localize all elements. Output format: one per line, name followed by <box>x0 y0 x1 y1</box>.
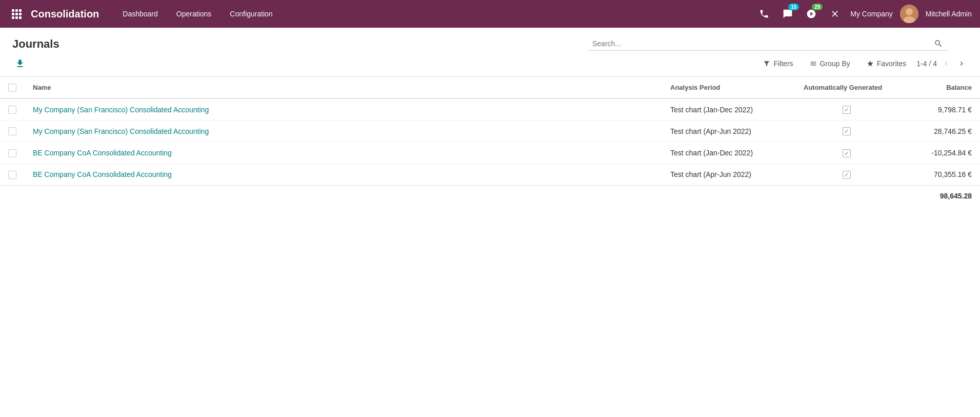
journals-table: Name Analysis Period Automatically Gener… <box>0 77 980 206</box>
row-name-link[interactable]: BE Company CoA Consolidated Accounting <box>33 149 172 157</box>
app-title: Consolidation <box>31 8 99 20</box>
checkmark-icon: ✓ <box>844 106 849 113</box>
row-checkbox[interactable] <box>8 149 16 157</box>
header-name: Name <box>25 77 662 98</box>
row-period: Test chart (Apr-Jun 2022) <box>662 164 795 185</box>
row-name: My Company (San Francisco) Consolidated … <box>25 98 662 121</box>
activity-icon[interactable]: 29 <box>803 6 819 22</box>
svg-point-10 <box>906 8 913 15</box>
row-balance: 70,355.16 € <box>898 164 980 185</box>
table-row: My Company (San Francisco) Consolidated … <box>0 121 980 142</box>
row-checkbox[interactable] <box>8 127 16 135</box>
page-header: Journals <box>0 28 980 51</box>
row-checkbox-cell <box>0 164 25 185</box>
messages-badge: 15 <box>788 4 799 10</box>
svg-rect-5 <box>19 13 22 15</box>
row-period: Test chart (Apr-Jun 2022) <box>662 121 795 142</box>
row-checkbox[interactable] <box>8 106 16 114</box>
toolbar-left <box>12 56 28 71</box>
checkmark-icon: ✓ <box>844 128 849 135</box>
phone-icon[interactable] <box>756 6 772 22</box>
svg-rect-4 <box>15 13 18 15</box>
header-period: Analysis Period <box>662 77 795 98</box>
search-bar <box>588 37 947 51</box>
topnav-right: 15 29 My Company Mitchell Admin <box>756 5 972 23</box>
table-row: My Company (San Francisco) Consolidated … <box>0 98 980 121</box>
row-checkbox-cell <box>0 142 25 164</box>
main-content: Journals Filters <box>0 28 980 417</box>
total-value: 98,645.28 <box>898 186 980 207</box>
pagination-next[interactable] <box>955 57 968 70</box>
pagination-prev[interactable] <box>940 57 952 70</box>
row-checkbox[interactable] <box>8 171 16 179</box>
header-balance: Balance <box>898 77 980 98</box>
svg-rect-7 <box>15 16 18 19</box>
search-input[interactable] <box>592 39 934 48</box>
close-icon[interactable] <box>827 6 843 22</box>
activity-badge: 29 <box>812 4 823 10</box>
table-header: Name Analysis Period Automatically Gener… <box>0 77 980 98</box>
groupby-button[interactable]: Group By <box>804 57 856 70</box>
user-name[interactable]: Mitchell Admin <box>926 10 972 18</box>
nav-configuration[interactable]: Configuration <box>222 6 281 22</box>
row-name-link[interactable]: My Company (San Francisco) Consolidated … <box>33 127 209 135</box>
nav-operations[interactable]: Operations <box>168 6 219 22</box>
row-name-link[interactable]: My Company (San Francisco) Consolidated … <box>33 106 209 114</box>
row-auto-generated: ✓ <box>795 164 898 185</box>
topnav: Consolidation Dashboard Operations Confi… <box>0 0 980 28</box>
auto-generated-checkbox: ✓ <box>843 171 851 179</box>
svg-rect-0 <box>12 9 14 12</box>
row-checkbox-cell <box>0 121 25 142</box>
row-period: Test chart (Jan-Dec 2022) <box>662 98 795 121</box>
svg-rect-3 <box>12 13 14 15</box>
download-button[interactable] <box>12 56 28 71</box>
row-name: My Company (San Francisco) Consolidated … <box>25 121 662 142</box>
svg-rect-1 <box>15 9 18 12</box>
row-balance: -10,254.84 € <box>898 142 980 164</box>
svg-rect-6 <box>12 16 14 19</box>
pagination-text: 1-4 / 4 <box>916 59 937 68</box>
filters-button[interactable]: Filters <box>757 57 799 70</box>
pagination: 1-4 / 4 <box>916 57 968 70</box>
topnav-menu: Dashboard Operations Configuration <box>114 6 756 22</box>
row-balance: 28,746.25 € <box>898 121 980 142</box>
table-row: BE Company CoA Consolidated AccountingTe… <box>0 164 980 185</box>
row-balance: 9,798.71 € <box>898 98 980 121</box>
toolbar: Filters Group By Favorites 1-4 / 4 <box>0 51 980 77</box>
page-title: Journals <box>12 37 59 51</box>
company-name[interactable]: My Company <box>850 10 892 18</box>
row-name: BE Company CoA Consolidated Accounting <box>25 164 662 185</box>
total-row: 98,645.28 <box>0 186 980 207</box>
row-auto-generated: ✓ <box>795 142 898 164</box>
favorites-button[interactable]: Favorites <box>861 57 913 70</box>
row-name: BE Company CoA Consolidated Accounting <box>25 142 662 164</box>
grid-menu-icon[interactable] <box>8 6 25 22</box>
row-auto-generated: ✓ <box>795 98 898 121</box>
auto-generated-checkbox: ✓ <box>843 127 851 135</box>
svg-rect-2 <box>19 9 22 12</box>
header-checkbox-cell <box>0 77 25 98</box>
auto-generated-checkbox: ✓ <box>843 149 851 157</box>
toolbar-right: Filters Group By Favorites 1-4 / 4 <box>757 57 968 70</box>
nav-dashboard[interactable]: Dashboard <box>114 6 166 22</box>
header-auto: Automatically Generated <box>795 77 898 98</box>
svg-rect-8 <box>19 16 22 19</box>
row-auto-generated: ✓ <box>795 121 898 142</box>
row-name-link[interactable]: BE Company CoA Consolidated Accounting <box>33 170 172 178</box>
table-row: BE Company CoA Consolidated AccountingTe… <box>0 142 980 164</box>
select-all-checkbox[interactable] <box>8 84 16 92</box>
search-icon[interactable] <box>934 39 943 48</box>
checkmark-icon: ✓ <box>844 171 849 178</box>
messages-icon[interactable]: 15 <box>779 6 796 22</box>
row-period: Test chart (Jan-Dec 2022) <box>662 142 795 164</box>
user-avatar[interactable] <box>900 5 918 23</box>
auto-generated-checkbox: ✓ <box>843 106 851 114</box>
row-checkbox-cell <box>0 98 25 121</box>
checkmark-icon: ✓ <box>844 150 849 157</box>
